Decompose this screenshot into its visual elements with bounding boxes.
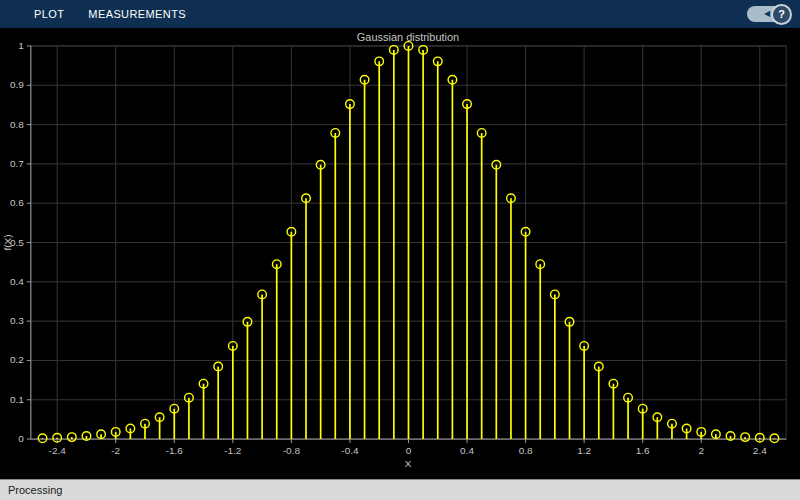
- y-tick-label: 0.7: [10, 158, 24, 169]
- x-tick-label: 2: [698, 445, 704, 456]
- y-tick-label: 0.8: [10, 119, 24, 130]
- y-axis-label: f(X): [2, 234, 13, 250]
- x-tick-label: 1.6: [636, 445, 650, 456]
- x-tick-labels: -2.4-2-1.6-1.2-0.8-0.400.40.81.21.622.4: [49, 445, 768, 456]
- y-tick-label: 0.3: [10, 315, 24, 326]
- x-axis-label: X: [405, 458, 412, 469]
- x-tick-label: 1.2: [577, 445, 591, 456]
- status-bar: Processing: [0, 479, 800, 500]
- tab-measurements[interactable]: MEASUREMENTS: [76, 0, 198, 28]
- help-button[interactable]: ?: [771, 4, 792, 25]
- y-tick-label: 0.4: [10, 276, 24, 287]
- plot-title: Gaussian distribution: [357, 31, 459, 43]
- x-tick-label: -1.2: [224, 445, 242, 456]
- y-tick-label: 0.2: [10, 354, 24, 365]
- x-tick-label: -0.4: [341, 445, 359, 456]
- y-tick-label: 0.9: [10, 79, 24, 90]
- y-tick-label: 0.6: [10, 197, 24, 208]
- scope-window: PLOT MEASUREMENTS ◀ ? -2.4-2-1.6-1.2-0.8…: [0, 0, 800, 500]
- x-tick-label: 0.4: [460, 445, 474, 456]
- x-tick-label: -0.8: [283, 445, 301, 456]
- y-tick-label: 1: [18, 40, 24, 51]
- stem-plot-canvas: -2.4-2-1.6-1.2-0.8-0.400.40.81.21.622.4 …: [0, 28, 800, 479]
- chevron-left-icon: ◀: [764, 10, 770, 18]
- status-text: Processing: [8, 484, 62, 496]
- x-tick-label: 2.4: [753, 445, 767, 456]
- x-tick-label: -2: [111, 445, 120, 456]
- y-tick-label: 0.1: [10, 394, 24, 405]
- x-tick-label: -1.6: [166, 445, 184, 456]
- x-tick-label: 0: [406, 445, 412, 456]
- toolstrip: PLOT MEASUREMENTS ◀ ?: [0, 0, 800, 28]
- x-tick-label: 0.8: [519, 445, 533, 456]
- tab-plot[interactable]: PLOT: [22, 0, 76, 28]
- x-tick-label: -2.4: [49, 445, 67, 456]
- y-tick-label: 0: [18, 433, 24, 444]
